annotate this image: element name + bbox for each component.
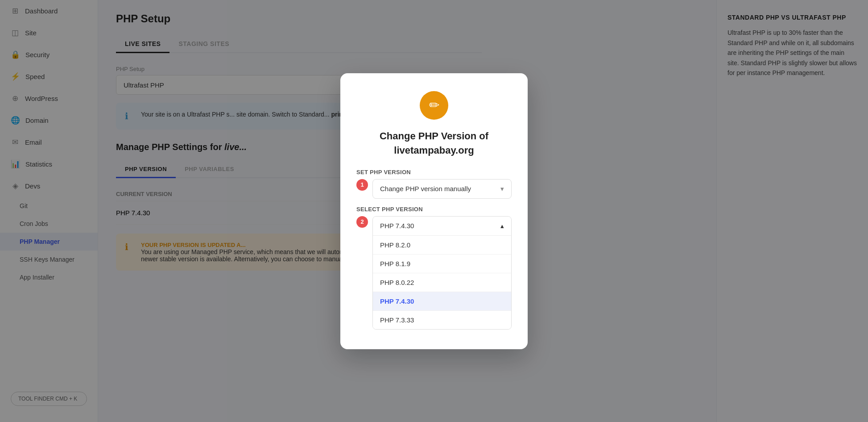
dropdown-option-php8022[interactable]: PHP 8.0.22	[373, 273, 511, 292]
step2-row: 2 PHP 7.4.30 ▴ PHP 8.2.0 PHP 8.1.9 PHP 8…	[356, 216, 512, 330]
chevron-up-icon: ▴	[500, 222, 504, 230]
set-php-select[interactable]: Change PHP version manually ▾	[372, 179, 512, 199]
select-php-label: Select PHP Version	[356, 206, 512, 213]
php-version-dropdown[interactable]: PHP 7.4.30 ▴ PHP 8.2.0 PHP 8.1.9 PHP 8.0…	[372, 216, 512, 330]
step1-badge: 1	[356, 179, 368, 191]
set-php-value: Change PHP version manually	[380, 185, 471, 192]
dropdown-option-php7333[interactable]: PHP 7.3.33	[373, 311, 511, 329]
modal-overlay[interactable]: ✏ Change PHP Version of livetampabay.org…	[0, 0, 868, 422]
dropdown-selected-value: PHP 7.4.30	[380, 222, 414, 230]
pencil-icon: ✏	[429, 98, 439, 113]
dropdown-option-php820[interactable]: PHP 8.2.0	[373, 236, 511, 255]
dropdown-option-php7430-selected[interactable]: PHP 7.4.30	[373, 292, 511, 311]
chevron-down-icon: ▾	[500, 185, 504, 193]
step1-row: 1 Change PHP version manually ▾	[356, 179, 512, 199]
modal-title: Change PHP Version of	[356, 130, 512, 142]
modal-icon-wrap: ✏	[356, 91, 512, 120]
dropdown-option-php819[interactable]: PHP 8.1.9	[373, 255, 511, 273]
set-php-label: Set PHP Version	[356, 169, 512, 175]
modal-edit-icon: ✏	[420, 91, 448, 120]
dropdown-header[interactable]: PHP 7.4.30 ▴	[373, 217, 511, 236]
step2-badge: 2	[356, 216, 368, 228]
modal-domain: livetampabay.org	[356, 145, 512, 156]
modal: ✏ Change PHP Version of livetampabay.org…	[340, 73, 528, 349]
